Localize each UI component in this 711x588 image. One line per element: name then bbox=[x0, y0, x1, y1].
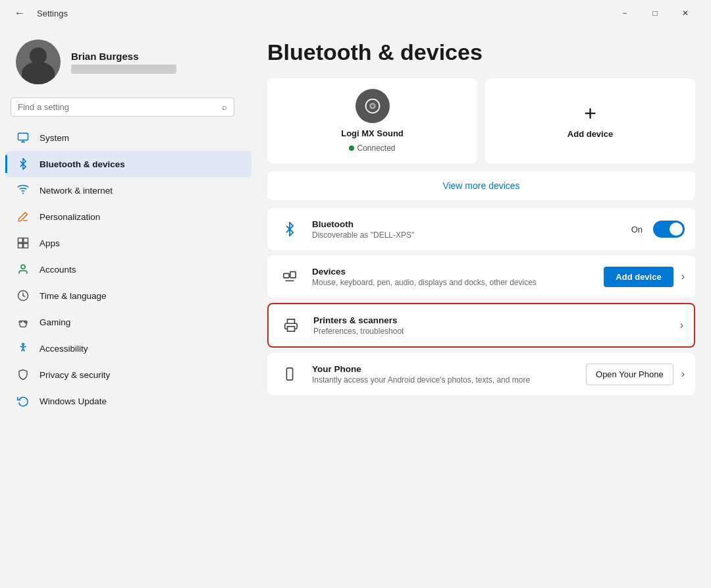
network-nav-icon bbox=[16, 183, 30, 198]
app-title: Settings bbox=[37, 9, 68, 18]
svg-rect-6 bbox=[18, 244, 23, 248]
sidebar-item-accounts[interactable]: Accounts bbox=[5, 256, 251, 282]
apps-nav-icon bbox=[16, 236, 30, 250]
sidebar-item-apps[interactable]: Apps bbox=[5, 230, 251, 256]
sidebar-item-label-privacy: Privacy & security bbox=[40, 370, 110, 380]
devices-icon bbox=[278, 265, 302, 288]
sidebar-item-update[interactable]: Windows Update bbox=[5, 388, 251, 414]
search-container: ⌕ bbox=[0, 95, 257, 124]
personalization-nav-icon bbox=[16, 209, 30, 224]
devices-chevron: › bbox=[681, 271, 685, 282]
add-device-label: Add device bbox=[567, 129, 613, 139]
open-phone-button[interactable]: Open Your Phone bbox=[586, 363, 673, 385]
view-more-button[interactable]: View more devices bbox=[267, 171, 695, 200]
setting-row-printers[interactable]: Printers & scanners Preferences, trouble… bbox=[267, 303, 695, 348]
user-name: Brian Burgess bbox=[71, 51, 176, 62]
sidebar: Brian Burgess ⌕ SystemBluetooth & device… bbox=[0, 26, 257, 588]
minimize-button[interactable]: − bbox=[610, 3, 640, 24]
user-info: Brian Burgess bbox=[71, 51, 176, 74]
back-button[interactable]: ← bbox=[11, 4, 29, 22]
svg-point-14 bbox=[22, 344, 24, 346]
bluetooth-text: Bluetooth Discoverable as "DELL-XPS" bbox=[312, 219, 621, 240]
window-controls: − □ ✕ bbox=[610, 3, 700, 24]
sidebar-item-network[interactable]: Network & internet bbox=[5, 177, 251, 203]
devices-desc: Mouse, keyboard, pen, audio, displays an… bbox=[312, 278, 593, 287]
device-card-logi[interactable]: Logi MX Sound Connected bbox=[267, 78, 477, 163]
sidebar-item-label-accounts: Accounts bbox=[40, 265, 76, 275]
time-nav-icon bbox=[16, 288, 30, 303]
printers-right: › bbox=[680, 319, 683, 331]
gaming-nav-icon bbox=[16, 315, 30, 329]
svg-point-13 bbox=[25, 322, 26, 323]
phone-chevron: › bbox=[681, 368, 685, 380]
svg-rect-21 bbox=[288, 327, 295, 331]
setting-row-devices[interactable]: Devices Mouse, keyboard, pen, audio, dis… bbox=[267, 255, 695, 298]
add-plus-icon: + bbox=[584, 103, 596, 124]
bluetooth-desc: Discoverable as "DELL-XPS" bbox=[312, 230, 621, 240]
devices-add-button[interactable]: Add device bbox=[604, 267, 673, 287]
content-scroll[interactable]: Bluetooth & devices Logi MX Sound bbox=[257, 26, 711, 588]
search-icon: ⌕ bbox=[222, 102, 227, 112]
nav-list: SystemBluetooth & devicesNetwork & inter… bbox=[0, 124, 257, 414]
printers-desc: Preferences, troubleshoot bbox=[313, 327, 670, 336]
system-nav-icon bbox=[16, 130, 30, 145]
search-input[interactable] bbox=[18, 102, 222, 112]
sidebar-item-label-update: Windows Update bbox=[40, 396, 107, 406]
title-bar: ← Settings − □ ✕ bbox=[0, 0, 711, 26]
user-email-redacted bbox=[71, 65, 176, 74]
search-box[interactable]: ⌕ bbox=[11, 97, 234, 117]
sidebar-item-label-apps: Apps bbox=[40, 238, 60, 248]
svg-rect-4 bbox=[18, 238, 23, 243]
svg-rect-19 bbox=[290, 272, 296, 278]
bluetooth-title: Bluetooth bbox=[312, 219, 621, 229]
sidebar-item-label-network: Network & internet bbox=[40, 186, 113, 196]
sidebar-item-bluetooth[interactable]: Bluetooth & devices bbox=[5, 151, 251, 177]
sidebar-item-label-bluetooth: Bluetooth & devices bbox=[40, 159, 125, 169]
devices-title: Devices bbox=[312, 267, 593, 277]
devices-right: Add device › bbox=[604, 267, 685, 287]
user-profile[interactable]: Brian Burgess bbox=[0, 26, 257, 95]
page-title: Bluetooth & devices bbox=[267, 40, 695, 65]
add-device-card[interactable]: + Add device bbox=[485, 78, 695, 163]
device-cards: Logi MX Sound Connected + Add device bbox=[267, 78, 695, 163]
bluetooth-toggle[interactable] bbox=[653, 221, 685, 238]
accessibility-nav-icon bbox=[16, 341, 30, 356]
svg-point-17 bbox=[371, 105, 374, 108]
update-nav-icon bbox=[16, 394, 30, 408]
sidebar-item-label-system: System bbox=[40, 133, 69, 143]
bluetooth-icon bbox=[278, 217, 302, 241]
devices-text: Devices Mouse, keyboard, pen, audio, dis… bbox=[312, 267, 593, 287]
sidebar-item-gaming[interactable]: Gaming bbox=[5, 309, 251, 335]
svg-rect-22 bbox=[286, 368, 292, 380]
phone-text: Your Phone Instantly access your Android… bbox=[312, 364, 575, 385]
sidebar-item-accessibility[interactable]: Accessibility bbox=[5, 335, 251, 361]
close-button[interactable]: ✕ bbox=[670, 3, 700, 24]
svg-rect-7 bbox=[24, 244, 28, 248]
maximize-button[interactable]: □ bbox=[640, 3, 670, 24]
bluetooth-nav-icon bbox=[16, 157, 30, 171]
status-dot bbox=[349, 146, 354, 151]
svg-rect-5 bbox=[24, 238, 28, 243]
sidebar-item-privacy[interactable]: Privacy & security bbox=[5, 361, 251, 388]
setting-row-phone[interactable]: Your Phone Instantly access your Android… bbox=[267, 353, 695, 395]
privacy-nav-icon bbox=[16, 367, 30, 382]
sidebar-item-time[interactable]: Time & language bbox=[5, 282, 251, 309]
svg-rect-0 bbox=[18, 133, 28, 140]
phone-title: Your Phone bbox=[312, 364, 575, 374]
phone-right: Open Your Phone › bbox=[586, 363, 685, 385]
phone-desc: Instantly access your Android device's p… bbox=[312, 375, 575, 385]
device-status: Connected bbox=[349, 144, 395, 153]
printers-text: Printers & scanners Preferences, trouble… bbox=[313, 315, 670, 336]
bluetooth-right: On bbox=[631, 221, 685, 238]
printers-chevron: › bbox=[680, 319, 683, 331]
setting-row-bluetooth[interactable]: Bluetooth Discoverable as "DELL-XPS" On bbox=[267, 208, 695, 250]
sidebar-item-system[interactable]: System bbox=[5, 124, 251, 151]
svg-rect-18 bbox=[284, 273, 289, 277]
toggle-on-label: On bbox=[631, 225, 643, 234]
sidebar-item-personalization[interactable]: Personalization bbox=[5, 203, 251, 230]
printers-title: Printers & scanners bbox=[313, 315, 670, 325]
sidebar-item-label-accessibility: Accessibility bbox=[40, 344, 88, 354]
sidebar-item-label-personalization: Personalization bbox=[40, 212, 100, 222]
printer-icon bbox=[279, 313, 303, 337]
sidebar-item-label-gaming: Gaming bbox=[40, 317, 70, 327]
